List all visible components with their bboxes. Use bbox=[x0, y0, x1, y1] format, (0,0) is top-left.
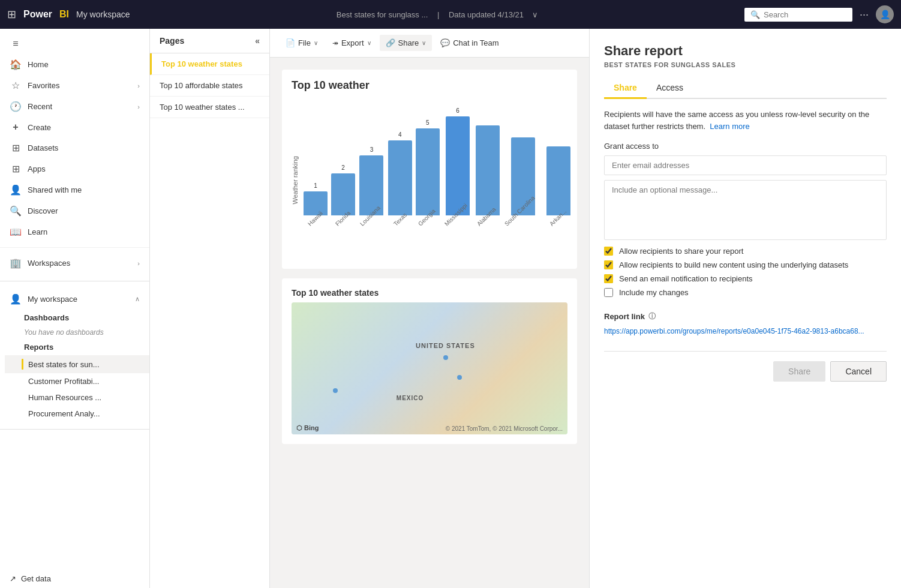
map-dot-3 bbox=[333, 388, 338, 393]
sidebar-report-procurement[interactable]: Procurement Analy... bbox=[5, 406, 149, 422]
bar-rect bbox=[476, 125, 500, 215]
tab-share[interactable]: Share bbox=[604, 78, 647, 99]
bar-value: 6 bbox=[456, 107, 459, 114]
report-label: Procurement Analy... bbox=[22, 409, 100, 418]
get-data-label: Get data bbox=[21, 574, 51, 583]
file-icon: 📄 bbox=[286, 38, 295, 47]
my-workspace-chevron: ∧ bbox=[135, 295, 140, 303]
share-panel-subtitle: BEST STATES FOR SUNGLASS SALES bbox=[604, 61, 887, 68]
sidebar-item-shared[interactable]: 👤 Shared with me bbox=[0, 179, 149, 200]
page-item-weather[interactable]: Top 10 weather states bbox=[150, 53, 269, 75]
topbar: ⊞ Power BI My workspace Best states for … bbox=[0, 0, 901, 29]
report-label: Best states for sun... bbox=[28, 360, 100, 369]
bar-rect bbox=[331, 173, 355, 215]
dropdown-chevron-icon: ∨ bbox=[532, 10, 538, 19]
export-button[interactable]: ↠ Export ∨ bbox=[326, 35, 377, 51]
grant-access-label: Grant access to bbox=[604, 142, 887, 151]
share-tabs: Share Access bbox=[604, 78, 887, 99]
chat-button[interactable]: 💬 Chat in Team bbox=[434, 35, 504, 51]
sidebar-bottom-divider bbox=[0, 429, 149, 430]
sidebar-workspaces[interactable]: 🏢 Workspaces › bbox=[0, 253, 149, 274]
cancel-button[interactable]: Cancel bbox=[830, 361, 887, 382]
pages-collapse-btn[interactable]: « bbox=[255, 36, 260, 46]
checkbox-allow-build: Allow recipients to build new content us… bbox=[604, 260, 887, 269]
workspaces-chevron: › bbox=[137, 260, 140, 267]
sidebar-item-discover[interactable]: 🔍 Discover bbox=[0, 200, 149, 221]
sidebar-report-customer[interactable]: Customer Profitabi... bbox=[5, 373, 149, 389]
message-input[interactable] bbox=[604, 180, 887, 240]
allow-build-checkbox[interactable] bbox=[604, 260, 613, 269]
report-link-label: Report link ⓘ bbox=[604, 311, 887, 322]
map-container: Top 10 weather states UNITED STATES MEXI… bbox=[282, 278, 577, 444]
sidebar-item-learn[interactable]: 📖 Learn bbox=[0, 221, 149, 242]
more-icon[interactable]: ··· bbox=[860, 8, 869, 21]
learn-more-link[interactable]: Learn more bbox=[710, 122, 749, 131]
info-icon: ⓘ bbox=[648, 311, 656, 322]
search-box[interactable]: 🔍 bbox=[744, 8, 852, 22]
sidebar-report-hr[interactable]: Human Resources ... bbox=[5, 389, 149, 406]
search-input[interactable] bbox=[764, 10, 836, 19]
map-title: Top 10 weather states bbox=[292, 288, 567, 298]
sidebar-item-datasets[interactable]: ⊞ Datasets bbox=[0, 137, 149, 158]
share-link-section: Report link ⓘ https://app.powerbi.com/gr… bbox=[604, 311, 887, 337]
report-label: Human Resources ... bbox=[22, 393, 101, 402]
sidebar-get-data[interactable]: ↗ Get data bbox=[0, 569, 149, 588]
discover-icon: 🔍 bbox=[10, 205, 22, 217]
sidebar-item-home[interactable]: 🏠 Home bbox=[0, 54, 149, 75]
send-email-checkbox[interactable] bbox=[604, 274, 613, 283]
sidebar-item-recent[interactable]: 🕐 Recent › bbox=[0, 96, 149, 117]
search-icon: 🔍 bbox=[750, 10, 760, 19]
map-dot-1 bbox=[443, 355, 448, 360]
sidebar-item-label: Datasets bbox=[28, 143, 58, 152]
allow-share-checkbox[interactable] bbox=[604, 247, 613, 256]
share-chevron-icon: ∨ bbox=[422, 40, 426, 46]
map-dot-2 bbox=[457, 375, 462, 380]
sidebar-item-apps[interactable]: ⊞ Apps bbox=[0, 158, 149, 179]
file-chevron-icon: ∨ bbox=[314, 40, 318, 46]
sidebar-item-label: Create bbox=[28, 123, 51, 132]
email-input[interactable] bbox=[604, 155, 887, 175]
sidebar-divider bbox=[0, 281, 149, 281]
bar-south-carolina: South Carolina bbox=[503, 135, 543, 229]
report-link-url[interactable]: https://app.powerbi.com/groups/me/report… bbox=[604, 326, 887, 337]
sidebar-item-create[interactable]: + Create bbox=[0, 117, 149, 137]
sidebar-item-favorites[interactable]: ☆ Favorites › bbox=[0, 75, 149, 96]
sidebar-item-label: Apps bbox=[28, 164, 46, 173]
sidebar-item-label: Recent bbox=[28, 102, 52, 111]
pages-panel: Pages « Top 10 weather states Top 10 aff… bbox=[150, 29, 270, 588]
sidebar-reports-header[interactable]: Reports bbox=[5, 339, 149, 355]
waffle-icon[interactable]: ⊞ bbox=[7, 8, 16, 21]
bar-louisiana: 3 Louisiana bbox=[359, 146, 385, 229]
avatar[interactable]: 👤 bbox=[876, 5, 894, 23]
allow-build-label: Allow recipients to build new content us… bbox=[619, 260, 848, 269]
map-background: UNITED STATES MEXICO bbox=[292, 302, 567, 434]
shared-icon: 👤 bbox=[10, 184, 22, 196]
tab-access[interactable]: Access bbox=[647, 78, 693, 99]
page-item-affordable[interactable]: Top 10 affordable states bbox=[150, 75, 269, 97]
pages-header: Pages « bbox=[150, 29, 269, 53]
report-title-center[interactable]: Best states for sunglass ... | Data upda… bbox=[137, 10, 737, 19]
page-item-weather2[interactable]: Top 10 weather states ... bbox=[150, 97, 269, 118]
workspaces-icon: 🏢 bbox=[10, 257, 22, 269]
my-workspace-content: Dashboards You have no dashboards Report… bbox=[0, 310, 149, 422]
workspace-label[interactable]: My workspace bbox=[76, 10, 130, 19]
workspaces-label: Workspaces bbox=[28, 259, 70, 268]
sidebar-report-sunglass[interactable]: Best states for sun... bbox=[5, 355, 149, 373]
allow-share-label: Allow recipients to share your report bbox=[619, 247, 743, 256]
chat-label: Chat in Team bbox=[453, 38, 498, 47]
sidebar-dashboards-header[interactable]: Dashboards bbox=[5, 310, 149, 326]
sidebar-collapse-btn[interactable]: ≡ bbox=[0, 34, 149, 54]
create-icon: + bbox=[10, 122, 22, 133]
home-icon: 🏠 bbox=[10, 59, 22, 70]
include-changes-checkbox[interactable] bbox=[604, 288, 613, 297]
report-label: Customer Profitabi... bbox=[22, 377, 100, 386]
us-label: UNITED STATES bbox=[416, 342, 475, 349]
pages-title: Pages bbox=[160, 36, 184, 46]
include-changes-label: Include my changes bbox=[619, 288, 689, 297]
share-button[interactable]: 🔗 Share ∨ bbox=[380, 35, 433, 51]
sidebar-my-workspace[interactable]: 👤 My workspace ∧ bbox=[0, 289, 149, 310]
file-button[interactable]: 📄 File ∨ bbox=[280, 35, 324, 51]
share-submit-button[interactable]: Share bbox=[773, 361, 825, 382]
y-axis-label: Weather ranking bbox=[292, 156, 299, 205]
send-email-label: Send an email notification to recipients bbox=[619, 274, 753, 283]
